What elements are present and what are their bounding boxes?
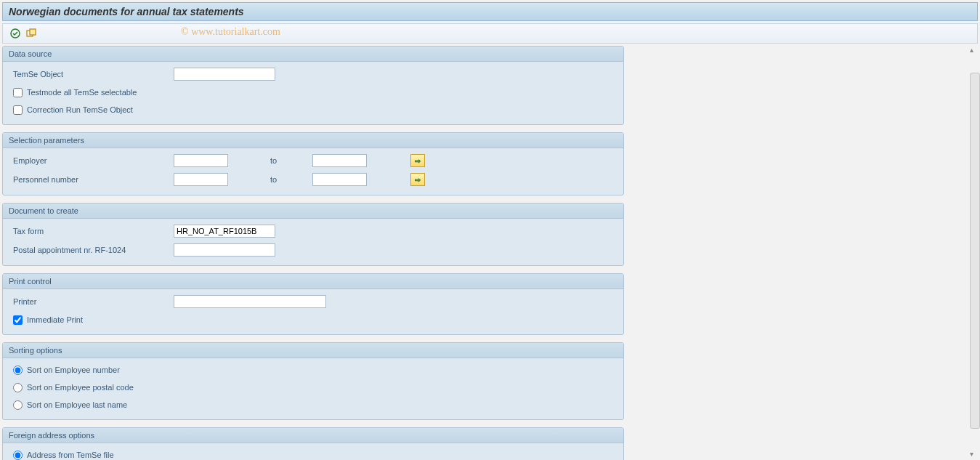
selection-parameters-section: Selection parameters Employer to ⇨ Perso… bbox=[2, 132, 624, 195]
watermark-text: © www.tutorialkart.com bbox=[181, 26, 280, 38]
sort-postal-code-label: Sort on Employee postal code bbox=[27, 383, 134, 392]
document-to-create-section: Document to create Tax form Postal appoi… bbox=[2, 203, 624, 266]
employer-to-label: to bbox=[270, 156, 299, 165]
print-control-header: Print control bbox=[3, 274, 623, 289]
postal-appointment-input[interactable] bbox=[174, 243, 275, 257]
employer-to-input[interactable] bbox=[312, 154, 367, 167]
document-to-create-header: Document to create bbox=[3, 203, 623, 219]
tax-form-input[interactable] bbox=[174, 225, 275, 238]
scroll-up-icon[interactable]: ▴ bbox=[966, 46, 976, 56]
correction-run-checkbox[interactable] bbox=[13, 105, 23, 115]
temse-object-label: TemSe Object bbox=[10, 70, 174, 78]
address-temse-label: Address from TemSe file bbox=[27, 451, 114, 459]
data-source-section: Data source TemSe Object Testmode all Te… bbox=[2, 46, 624, 125]
personnel-from-input[interactable] bbox=[174, 173, 228, 186]
sort-postal-code-radio[interactable] bbox=[13, 383, 23, 392]
sort-employee-number-radio[interactable] bbox=[13, 366, 23, 375]
personnel-multi-select-button[interactable]: ⇨ bbox=[410, 173, 425, 186]
employer-multi-select-button[interactable]: ⇨ bbox=[410, 154, 425, 167]
data-source-header: Data source bbox=[3, 47, 623, 62]
execute-icon[interactable] bbox=[9, 27, 22, 40]
sort-last-name-label: Sort on Employee last name bbox=[27, 400, 127, 409]
immediate-print-label: Immediate Print bbox=[27, 315, 83, 324]
main-content: Data source TemSe Object Testmode all Te… bbox=[2, 46, 627, 460]
toolbar: © www.tutorialkart.com bbox=[2, 23, 978, 44]
testmode-label: Testmode all TemSe selectable bbox=[27, 88, 137, 97]
employer-label: Employer bbox=[10, 156, 174, 165]
sorting-options-header: Sorting options bbox=[3, 343, 623, 358]
content-area: Data source TemSe Object Testmode all Te… bbox=[2, 46, 978, 460]
sort-last-name-radio[interactable] bbox=[13, 400, 23, 410]
postal-appointment-label: Postal appointment nr. RF-1024 bbox=[10, 246, 174, 254]
printer-label: Printer bbox=[10, 297, 174, 306]
sort-employee-number-label: Sort on Employee number bbox=[27, 366, 120, 374]
personnel-to-input[interactable] bbox=[312, 173, 367, 186]
foreign-address-section: Foreign address options Address from Tem… bbox=[2, 427, 624, 460]
page-title-bar: Norwegian documents for annual tax state… bbox=[2, 2, 978, 21]
address-temse-radio[interactable] bbox=[13, 451, 23, 460]
personnel-to-label: to bbox=[270, 175, 299, 184]
printer-input[interactable] bbox=[174, 295, 326, 308]
page-title: Norwegian documents for annual tax state… bbox=[9, 6, 244, 17]
variant-icon[interactable] bbox=[25, 27, 38, 40]
employer-from-input[interactable] bbox=[174, 154, 228, 167]
temse-object-input[interactable] bbox=[174, 68, 275, 81]
testmode-checkbox[interactable] bbox=[13, 88, 23, 97]
sorting-options-section: Sorting options Sort on Employee number … bbox=[2, 342, 624, 420]
immediate-print-checkbox[interactable] bbox=[13, 315, 23, 325]
selection-parameters-header: Selection parameters bbox=[3, 133, 623, 148]
tax-form-label: Tax form bbox=[10, 227, 174, 235]
svg-rect-2 bbox=[30, 29, 36, 35]
print-control-section: Print control Printer Immediate Print bbox=[2, 273, 624, 335]
correction-run-label: Correction Run TemSe Object bbox=[27, 105, 133, 114]
right-scrollbar[interactable] bbox=[970, 73, 980, 429]
foreign-address-header: Foreign address options bbox=[3, 428, 623, 443]
personnel-label: Personnel number bbox=[10, 175, 174, 184]
scroll-down-icon[interactable]: ▾ bbox=[966, 450, 976, 460]
